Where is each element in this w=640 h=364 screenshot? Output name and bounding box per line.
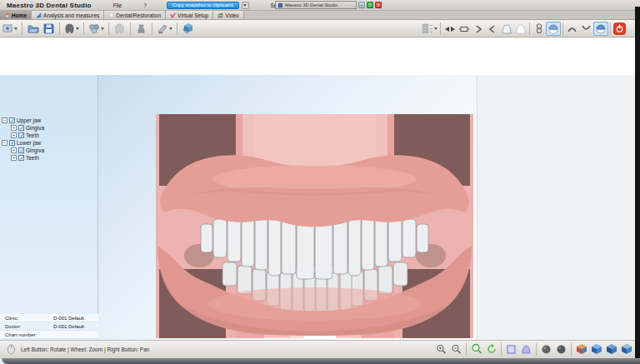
lower-jaw-view-button[interactable] [513, 22, 528, 36]
open-file-button[interactable] [26, 22, 40, 36]
view-home-button[interactable] [574, 342, 588, 357]
chevron-right-button[interactable] [471, 22, 485, 36]
chevron-down-icon [14, 27, 18, 30]
save-button[interactable] [42, 22, 56, 36]
zoom-in-icon [436, 344, 447, 355]
checkbox-upper-gingiva[interactable] [18, 125, 24, 131]
occlusion-view-button[interactable] [546, 22, 561, 36]
checkbox-lower-gingiva[interactable] [18, 147, 24, 153]
menu-help[interactable]: ? [143, 2, 147, 8]
selection-square-icon [506, 344, 517, 355]
chevron-down-icon [101, 27, 104, 30]
checkbox-upper-jaw[interactable] [9, 117, 15, 123]
tree-label: Teeth [26, 155, 39, 161]
zoom-in-button[interactable] [434, 342, 448, 357]
bounding-box-button[interactable] [457, 22, 471, 36]
tree-item-lower-jaw[interactable]: – Lower jaw [2, 139, 97, 147]
view-controls [434, 340, 633, 358]
collapse-icon[interactable]: – [2, 140, 8, 146]
cube-blue-icon [591, 343, 602, 355]
view-side-button[interactable] [604, 342, 618, 357]
toolbar-separator [571, 343, 572, 356]
tree-item-upper-gingiva[interactable]: + Gingiva [2, 124, 97, 132]
expand-icon[interactable]: + [11, 155, 17, 161]
tab-dental-restoration[interactable]: Dental/Restoration [104, 11, 166, 19]
chevron-right-icon [473, 24, 483, 34]
spheres-icon [88, 23, 100, 34]
link-icon [534, 23, 544, 34]
toolbar-separator [440, 22, 441, 35]
mouse-icon [7, 344, 16, 355]
chevron-left-button[interactable] [485, 22, 499, 36]
collide-arrows-button[interactable] [442, 22, 457, 36]
tab-video-label: Video [225, 12, 239, 18]
tab-analysis-label: Analysis and measures [43, 12, 99, 18]
tree-label: Teeth [26, 132, 39, 138]
exit-button[interactable] [612, 22, 627, 36]
jaw-display-button[interactable] [519, 342, 533, 357]
expand-icon[interactable]: + [11, 125, 17, 131]
copy-snapshot-button[interactable]: Copy snapshot to clipboard [167, 2, 239, 9]
checkbox-lower-teeth[interactable] [18, 155, 24, 161]
sphere-icon [556, 344, 567, 355]
view-iso-button[interactable] [619, 342, 633, 357]
document-tab[interactable]: Maestro 3D Dental Studio [275, 1, 357, 9]
tab-dental-label: Dental/Restoration [116, 12, 161, 18]
cube-blue-icon [606, 343, 618, 355]
tree-item-upper-teeth[interactable]: + Teeth [2, 132, 97, 139]
tab-video[interactable]: Video [213, 11, 244, 19]
close-button[interactable]: ✕ [375, 2, 382, 8]
reset-view-button[interactable] [484, 342, 498, 357]
zoom-out-button[interactable] [449, 342, 463, 357]
tab-virtual-setup-label: Virtual Setup [178, 12, 208, 18]
save-floppy-icon [43, 23, 54, 34]
stamp-tool-button[interactable] [134, 22, 148, 36]
collapse-icon[interactable]: – [2, 117, 8, 123]
maximize-button[interactable]: □ [367, 2, 373, 8]
segmentation-button[interactable] [88, 22, 105, 36]
shading-button-2[interactable] [554, 342, 568, 357]
arrows-collide-icon [444, 24, 456, 34]
cut-tool-button[interactable] [156, 22, 173, 36]
stamp-icon [136, 23, 147, 34]
fit-view-button[interactable] [469, 342, 483, 357]
tree-item-lower-teeth[interactable]: + Teeth [2, 154, 97, 162]
view-front-button[interactable] [589, 342, 603, 357]
tree-label: Gingiva [26, 125, 44, 131]
tooth-tool-button[interactable] [63, 22, 80, 36]
tab-virtual-setup[interactable]: Virtual Setup [166, 11, 213, 19]
tree-label: Lower jaw [17, 140, 41, 146]
tooth-icon [108, 12, 114, 18]
expand-icon[interactable]: + [11, 132, 17, 138]
tree-item-lower-gingiva[interactable]: + Gingiva [2, 147, 97, 154]
both-jaws-button[interactable] [593, 22, 608, 36]
grid-layout-button[interactable] [421, 22, 438, 36]
tree-item-upper-jaw[interactable]: – Upper jaw [2, 117, 97, 124]
chevron-down-icon [243, 4, 247, 7]
toolbar-separator [536, 343, 537, 356]
copy-snapshot-dropdown[interactable] [242, 2, 249, 9]
select-box-button[interactable] [504, 342, 518, 357]
grid-icon [422, 23, 433, 34]
right-side-panel [477, 75, 635, 364]
menu-file[interactable]: File [113, 2, 122, 8]
checkbox-upper-teeth[interactable] [18, 132, 24, 138]
document-icon [278, 3, 282, 7]
link-models-button[interactable] [532, 22, 546, 36]
snapshot-dropdown-button[interactable] [2, 22, 18, 36]
shading-button-1[interactable] [539, 342, 553, 357]
dental-model-render[interactable] [156, 112, 473, 340]
upper-jaw-view-button[interactable] [499, 22, 513, 36]
tab-home[interactable]: Home [0, 11, 32, 19]
lower-arc-button[interactable] [579, 22, 593, 36]
upper-arc-button[interactable] [565, 22, 579, 36]
expand-icon[interactable]: + [11, 147, 17, 153]
toolbar-separator [501, 343, 502, 356]
checkbox-lower-jaw[interactable] [9, 140, 15, 146]
tooth-library-button[interactable] [112, 22, 127, 36]
orientation-cube-button[interactable] [181, 22, 195, 36]
tab-analysis-and-measures[interactable]: Analysis and measures [32, 11, 104, 19]
minimize-button[interactable]: – [358, 2, 365, 8]
both-jaws-icon [595, 24, 607, 34]
open-folder-icon [28, 23, 39, 34]
